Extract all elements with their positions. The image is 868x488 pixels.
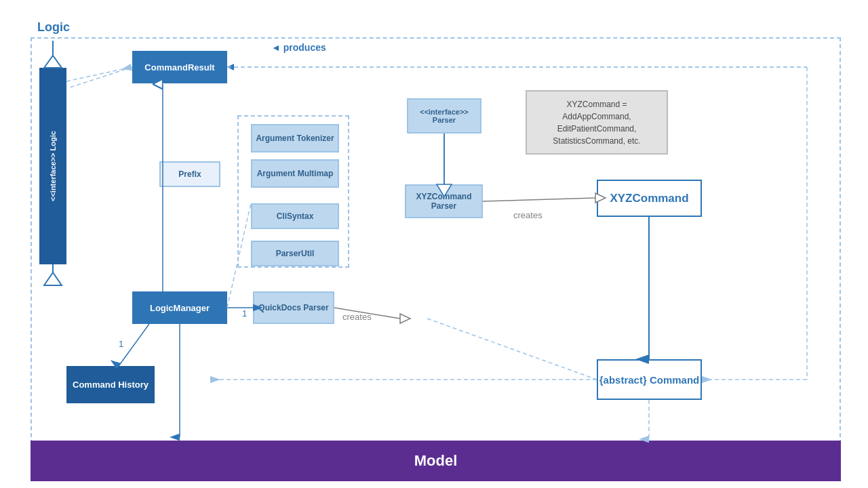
xyz-command-note-box: XYZCommand = AddAppCommand, EditPatientC… [526, 90, 668, 155]
parser-util-box: ParserUtil [251, 241, 339, 266]
xyz-command-box: XYZCommand [597, 180, 702, 217]
interface-parser-box: <<interface>> Parser [407, 98, 481, 134]
argument-tokenizer-box: Argument Tokenizer [251, 124, 339, 152]
quickdocs-parser-box: QuickDocs Parser [253, 291, 334, 324]
produces-label: ◄ produces [271, 42, 326, 53]
xyz-command-parser-box: XYZCommand Parser [405, 184, 483, 218]
command-history-box: Command History [66, 366, 155, 403]
diagram: Logic <<interface>> Logic CommandResult … [0, 0, 868, 488]
abstract-command-box: {abstract} Command [597, 359, 702, 400]
argument-multimap-box: Argument Multimap [251, 159, 339, 188]
logic-manager-box: LogicManager [132, 291, 227, 324]
interface-logic-label: <<interface>> Logic [49, 131, 57, 201]
prefix-box: Prefix [159, 161, 220, 187]
interface-logic-box: <<interface>> Logic [39, 68, 66, 264]
creates-label-1: creates [342, 312, 372, 322]
model-bar: Model [31, 441, 841, 481]
number-1-left: 1 [119, 339, 123, 349]
cli-syntax-box: CliSyntax [251, 203, 339, 229]
number-1-right: 1 [242, 308, 247, 319]
creates-label-2: creates [513, 210, 542, 220]
logic-label: Logic [37, 20, 70, 35]
command-result-box: CommandResult [132, 51, 227, 83]
